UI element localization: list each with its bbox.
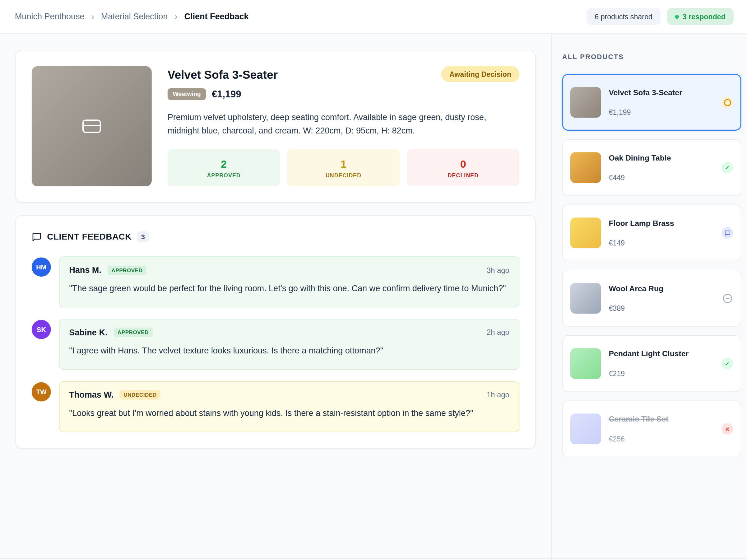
- product-title: Velvet Sofa 3-Seater: [168, 68, 278, 81]
- avatar: SK: [32, 320, 51, 339]
- product-info: Velvet Sofa 3-Seater Awaiting Decision W…: [168, 66, 520, 186]
- comment-time: 1h ago: [487, 390, 509, 399]
- pending-ring-icon: [721, 97, 733, 108]
- comment-time: 2h ago: [487, 328, 509, 337]
- top-bar: Munich Penthouse › Material Selection › …: [0, 0, 747, 33]
- product-price: €389: [609, 304, 714, 312]
- comment-box: Hans M. APPROVED 3h ago "The sage green …: [59, 256, 519, 307]
- x-icon: ×: [721, 423, 733, 435]
- product-info-block: Pendant Light Cluster €219: [609, 349, 714, 379]
- comment-bubble-icon: [721, 227, 733, 238]
- comment-author: Sabine K.: [69, 328, 107, 337]
- feedback-title: CLIENT FEEDBACK: [47, 232, 132, 242]
- bottom-divider: [0, 558, 747, 559]
- comment-text: "I agree with Hans. The velvet texture l…: [69, 344, 509, 358]
- green-dot-icon: [675, 15, 678, 18]
- comment-text: "The sage green would be perfect for the…: [69, 282, 509, 296]
- product-thumbnail: [570, 152, 601, 183]
- product-price: €1,199: [609, 108, 714, 116]
- sidebar-product-card[interactable]: Velvet Sofa 3-Seater €1,199: [562, 74, 741, 131]
- comment-status-badge: UNDECIDED: [120, 390, 160, 400]
- comment-text: "Looks great but I'm worried about stain…: [69, 406, 509, 420]
- vote-stats: 2 APPROVED 1 UNDECIDED 0 DECLINED: [168, 149, 520, 186]
- top-bar-badges: 6 products shared 3 responded: [587, 8, 733, 25]
- app-window: Munich Penthouse › Material Selection › …: [0, 0, 747, 560]
- comment-author: Hans M.: [69, 265, 101, 275]
- sidebar-product-card[interactable]: Pendant Light Cluster €219 ✓: [562, 335, 741, 392]
- product-info-block: Ceramic Tile Set €256: [609, 414, 714, 444]
- comment-row: HM Hans M. APPROVED 3h ago "The sage gre…: [32, 256, 519, 307]
- awaiting-decision-badge: Awaiting Decision: [441, 66, 520, 82]
- sidebar-product-card[interactable]: Floor Lamp Brass €149: [562, 205, 741, 261]
- breadcrumb-project[interactable]: Munich Penthouse: [15, 11, 84, 22]
- avatar: HM: [32, 257, 51, 277]
- comment-row: SK Sabine K. APPROVED 2h ago "I agree wi…: [32, 319, 519, 370]
- products-sidebar: ALL PRODUCTS Velvet Sofa 3-Seater €1,199…: [551, 33, 747, 560]
- avatar: TW: [32, 382, 51, 401]
- product-price: €149: [609, 238, 714, 247]
- product-name: Ceramic Tile Set: [609, 415, 714, 424]
- approved-count: 2: [221, 158, 227, 170]
- approved-stat: 2 APPROVED: [168, 149, 280, 186]
- declined-count: 0: [460, 158, 466, 170]
- comment-time: 3h ago: [487, 266, 509, 274]
- product-thumbnail: [570, 348, 601, 379]
- client-feedback-card: CLIENT FEEDBACK 3 HM Hans M. APPROVED 3h…: [15, 215, 536, 449]
- products-shared-badge: 6 products shared: [587, 8, 661, 25]
- sidebar-product-card[interactable]: Ceramic Tile Set €256 ×: [562, 400, 741, 457]
- comment-row: TW Thomas W. UNDECIDED 1h ago "Looks gre…: [32, 381, 519, 432]
- product-description: Premium velvet upholstery, deep seating …: [168, 110, 509, 137]
- content-area: Velvet Sofa 3-Seater Awaiting Decision W…: [0, 33, 747, 560]
- check-icon: ✓: [721, 358, 733, 369]
- comment-status-badge: APPROVED: [108, 265, 147, 275]
- breadcrumb-current: Client Feedback: [184, 11, 249, 22]
- product-price: €1,199: [212, 89, 241, 100]
- product-name: Pendant Light Cluster: [609, 350, 714, 358]
- product-thumbnail: [570, 218, 601, 248]
- product-name: Oak Dining Table: [609, 154, 714, 162]
- comment-status-badge: APPROVED: [113, 328, 152, 337]
- sidebar-title: ALL PRODUCTS: [562, 53, 741, 61]
- chevron-right-icon: ›: [175, 11, 178, 22]
- approved-label: APPROVED: [207, 172, 240, 178]
- comment-author: Thomas W.: [69, 390, 113, 400]
- responded-badge: 3 responded: [667, 8, 733, 25]
- product-name: Wool Area Rug: [609, 284, 714, 293]
- product-list: Velvet Sofa 3-Seater €1,199 Oak Dining T…: [562, 74, 741, 457]
- undecided-label: UNDECIDED: [326, 172, 361, 178]
- comment-head: Sabine K. APPROVED 2h ago: [69, 328, 509, 337]
- sidebar-product-card[interactable]: Wool Area Rug €389: [562, 270, 741, 327]
- sidebar-product-card[interactable]: Oak Dining Table €449 ✓: [562, 139, 741, 196]
- comment-box: Thomas W. UNDECIDED 1h ago "Looks great …: [59, 381, 519, 432]
- product-info-block: Wool Area Rug €389: [609, 283, 714, 313]
- product-thumbnail: [570, 413, 601, 444]
- check-icon: ✓: [721, 162, 733, 173]
- comment-head: Thomas W. UNDECIDED 1h ago: [69, 390, 509, 400]
- comment-list: HM Hans M. APPROVED 3h ago "The sage gre…: [32, 256, 519, 432]
- chevron-right-icon: ›: [91, 11, 94, 22]
- declined-label: DECLINED: [448, 172, 479, 178]
- feedback-header: CLIENT FEEDBACK 3: [32, 231, 519, 242]
- product-name: Floor Lamp Brass: [609, 219, 714, 228]
- product-info-block: Velvet Sofa 3-Seater €1,199: [609, 87, 714, 117]
- responded-badge-label: 3 responded: [682, 12, 725, 21]
- product-info-block: Floor Lamp Brass €149: [609, 218, 714, 248]
- chat-bubble-icon: [32, 232, 42, 242]
- product-price: €256: [609, 435, 714, 443]
- product-image: [32, 66, 152, 186]
- comment-box: Sabine K. APPROVED 2h ago "I agree with …: [59, 319, 519, 370]
- feedback-count-badge: 3: [137, 231, 149, 242]
- brand-badge: Westwing: [168, 88, 206, 100]
- product-name: Velvet Sofa 3-Seater: [609, 88, 714, 97]
- product-thumbnail: [570, 87, 601, 118]
- minus-circle-icon: [721, 292, 733, 304]
- undecided-count: 1: [340, 158, 346, 170]
- undecided-stat: 1 UNDECIDED: [287, 149, 400, 186]
- product-price: €219: [609, 369, 714, 377]
- sofa-icon: [78, 112, 106, 140]
- main-panel: Velvet Sofa 3-Seater Awaiting Decision W…: [0, 33, 551, 560]
- declined-stat: 0 DECLINED: [407, 149, 520, 186]
- breadcrumb-section[interactable]: Material Selection: [101, 11, 168, 22]
- product-thumbnail: [570, 283, 601, 313]
- comment-head: Hans M. APPROVED 3h ago: [69, 265, 509, 275]
